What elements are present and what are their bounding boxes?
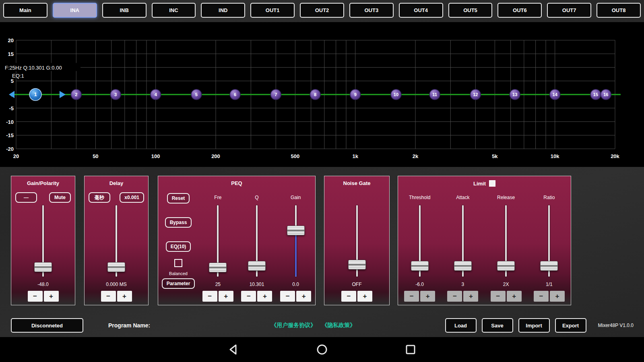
tab-out6[interactable]: OUT6 <box>497 3 542 18</box>
privacy-policy-link[interactable]: 《隐私政策》 <box>322 322 355 329</box>
slider-track[interactable] <box>287 205 305 277</box>
eq-point-6[interactable]: 6 <box>230 89 240 100</box>
tab-ina[interactable]: INA <box>53 3 97 18</box>
eq-point-15[interactable]: 15 <box>590 89 601 100</box>
reset-button[interactable]: Reset <box>167 193 190 204</box>
gain-slider: Gain0.0−+ <box>280 191 311 305</box>
decrement-button[interactable]: − <box>341 291 356 302</box>
eq-point-11[interactable]: 11 <box>429 89 440 100</box>
increment-button[interactable]: + <box>44 291 59 302</box>
slider-track[interactable] <box>107 205 126 277</box>
load-button[interactable]: Load <box>445 318 477 333</box>
slider-handle[interactable] <box>209 263 227 272</box>
balanced-checkbox[interactable] <box>174 259 182 267</box>
increment-button[interactable]: + <box>550 291 565 302</box>
increment-button[interactable]: + <box>357 291 372 302</box>
slider-value: 0.0 <box>292 282 299 288</box>
slider-track[interactable] <box>454 205 472 277</box>
decrement-button[interactable]: − <box>280 291 295 302</box>
eq-point-3[interactable]: 3 <box>110 89 121 100</box>
eq-count-button[interactable]: EQ(10) <box>166 241 191 252</box>
parameter-button[interactable]: Parameter <box>162 278 195 289</box>
increment-button[interactable]: + <box>420 291 435 302</box>
increment-button[interactable]: + <box>117 291 132 302</box>
eq-point-4[interactable]: 4 <box>151 89 161 100</box>
home-icon[interactable] <box>316 343 328 356</box>
bottom-bar: Disconneted Program Name: 《用户服务协议》 《隐私政策… <box>0 315 644 335</box>
tab-inb[interactable]: INB <box>102 3 147 18</box>
eq-point-2[interactable]: 2 <box>71 89 81 100</box>
svg-text:14: 14 <box>553 92 558 97</box>
slider-handle[interactable] <box>411 261 429 271</box>
increment-button[interactable]: + <box>296 291 311 302</box>
tab-main[interactable]: Main <box>3 3 47 18</box>
recents-icon[interactable] <box>404 343 417 356</box>
decrement-button[interactable]: − <box>202 291 217 302</box>
connection-status-button[interactable]: Disconneted <box>11 318 83 333</box>
eq-point-8[interactable]: 8 <box>310 89 320 100</box>
bypass-button[interactable]: Bypass <box>165 217 192 228</box>
back-icon[interactable] <box>227 343 240 356</box>
decrement-button[interactable]: − <box>447 291 462 302</box>
eq-point-9[interactable]: 9 <box>350 89 361 100</box>
slider-track[interactable] <box>348 205 366 277</box>
tab-out3[interactable]: OUT3 <box>349 3 394 18</box>
y-axis-tick: -10 <box>6 119 14 125</box>
save-button[interactable]: Save <box>482 318 513 333</box>
slider-track[interactable] <box>497 205 515 277</box>
slider-track[interactable] <box>411 205 429 277</box>
slider-handle[interactable] <box>497 261 515 271</box>
slider-track[interactable] <box>34 205 52 277</box>
eq-graph[interactable]: 20501002005001k2k5k10k20k20151050-5-10-1… <box>0 22 644 167</box>
import-button[interactable]: Import <box>518 318 550 333</box>
slider-steppers: −+ <box>404 291 435 302</box>
svg-text:4: 4 <box>155 92 157 97</box>
tab-out2[interactable]: OUT2 <box>300 3 344 18</box>
peq-sliders: Fre25−+Q10.301−+Gain0.0−+ <box>198 191 315 305</box>
decrement-button[interactable]: − <box>404 291 419 302</box>
x-axis-tick: 10k <box>551 153 559 159</box>
tab-inc[interactable]: INC <box>152 3 196 18</box>
export-button[interactable]: Export <box>555 318 586 333</box>
slider-handle[interactable] <box>454 261 472 271</box>
eq-point-5[interactable]: 5 <box>191 89 202 100</box>
decrement-button[interactable]: − <box>28 291 43 302</box>
panel-title-text: Limit <box>473 181 486 187</box>
decrement-button[interactable]: − <box>491 291 506 302</box>
slider-handle[interactable] <box>34 262 52 272</box>
limit-enable-checkbox[interactable] <box>489 180 495 187</box>
slider-handle[interactable] <box>540 261 558 271</box>
eq-point-14[interactable]: 14 <box>550 89 560 100</box>
slider-track[interactable] <box>540 205 558 277</box>
slider-track[interactable] <box>208 205 227 277</box>
tab-ind[interactable]: IND <box>201 3 245 18</box>
tab-out8[interactable]: OUT8 <box>597 3 641 18</box>
eq-point-12[interactable]: 12 <box>470 89 481 100</box>
tab-out1[interactable]: OUT1 <box>250 3 295 18</box>
tab-out7[interactable]: OUT7 <box>547 3 591 18</box>
eq-point-10[interactable]: 10 <box>391 89 401 100</box>
slider-steppers: −+ <box>28 291 59 302</box>
increment-button[interactable]: + <box>507 291 522 302</box>
slider-handle[interactable] <box>248 261 266 271</box>
increment-button[interactable]: + <box>463 291 478 302</box>
user-agreement-link[interactable]: 《用户服务协议》 <box>271 322 316 329</box>
decrement-button[interactable]: − <box>241 291 256 302</box>
slider-label: Threshold <box>409 191 430 205</box>
svg-text:10: 10 <box>394 92 398 97</box>
slider-handle[interactable] <box>107 262 125 272</box>
eq-point-1[interactable]: 1 <box>29 88 41 101</box>
increment-button[interactable]: + <box>257 291 272 302</box>
slider-handle[interactable] <box>287 226 305 235</box>
decrement-button[interactable]: − <box>534 291 549 302</box>
tab-out4[interactable]: OUT4 <box>399 3 443 18</box>
eq-point-7[interactable]: 7 <box>270 89 281 100</box>
eq-point-16[interactable]: 16 <box>601 89 611 100</box>
slider-handle[interactable] <box>348 260 366 269</box>
eq-point-13[interactable]: 13 <box>510 89 520 100</box>
slider-track[interactable] <box>248 205 266 277</box>
tab-out5[interactable]: OUT5 <box>448 3 493 18</box>
increment-button[interactable]: + <box>219 291 233 302</box>
decrement-button[interactable]: − <box>101 291 116 302</box>
eq-cursor-icon[interactable] <box>60 91 66 98</box>
